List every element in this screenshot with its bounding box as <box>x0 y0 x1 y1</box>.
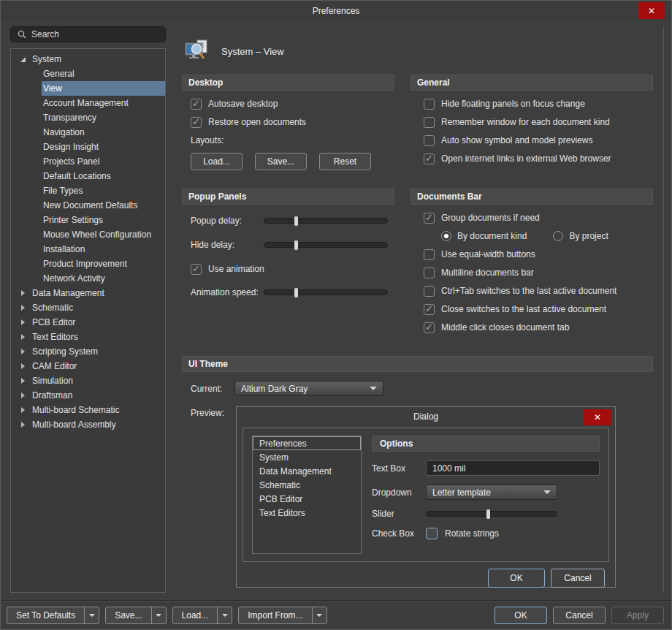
collapsed-triangle-icon[interactable] <box>21 407 25 413</box>
collapsed-triangle-icon[interactable] <box>21 349 25 354</box>
set-to-defaults-button[interactable]: Set To Defaults <box>7 607 99 624</box>
popup-delay-slider[interactable] <box>264 218 388 224</box>
tree-item-projects-panel[interactable]: Projects Panel <box>11 154 165 169</box>
tree-item-text-editors[interactable]: Text Editors <box>11 330 165 344</box>
remember-window-checkbox[interactable] <box>424 117 435 128</box>
preview-textbox-label: Text Box <box>372 463 426 474</box>
by-project-radio[interactable]: By project <box>553 231 608 241</box>
preview-slider[interactable] <box>426 511 557 517</box>
import-from-menu-arrow[interactable] <box>312 607 327 623</box>
by-document-kind-radio[interactable]: By document kind <box>441 231 527 241</box>
tree-item-navigation[interactable]: Navigation <box>11 125 165 140</box>
tree-item-mouse-wheel-configuration[interactable]: Mouse Wheel Configuration <box>11 227 165 242</box>
multiline-documents-bar-checkbox[interactable] <box>424 267 435 278</box>
ok-button[interactable]: OK <box>495 607 547 624</box>
tree-item-general[interactable]: General <box>11 67 165 81</box>
tree-item-schematic[interactable]: Schematic <box>11 300 165 315</box>
import-from-button[interactable]: Import From... <box>238 607 327 624</box>
hide-delay-slider[interactable] <box>264 242 388 248</box>
ctrl-tab-switches-checkbox[interactable] <box>424 286 435 297</box>
preview-list-item-schematic[interactable]: Schematic <box>253 478 361 492</box>
close-icon[interactable]: ✕ <box>638 2 665 19</box>
auto-show-previews-checkbox[interactable] <box>424 135 435 146</box>
preview-list-item-data-management[interactable]: Data Management <box>253 464 361 478</box>
slider-thumb[interactable] <box>294 288 298 297</box>
tree-item-network-activity[interactable]: Network Activity <box>11 271 165 286</box>
tree-item-scripting-system[interactable]: Scripting System <box>11 344 165 359</box>
collapsed-triangle-icon[interactable] <box>21 290 25 296</box>
tree-item-data-management[interactable]: Data Management <box>11 286 165 300</box>
search-input[interactable] <box>31 29 161 39</box>
tree-item-multi-board-assembly[interactable]: Multi-board Assembly <box>11 417 165 432</box>
tree-item-simulation[interactable]: Simulation <box>11 373 165 388</box>
layouts-load-button[interactable]: Load... <box>191 153 243 170</box>
tree-item-file-types[interactable]: File Types <box>11 183 165 198</box>
layouts-save-button[interactable]: Save... <box>255 153 307 170</box>
preview-list-item-text-editors[interactable]: Text Editors <box>253 506 361 520</box>
collapsed-triangle-icon[interactable] <box>21 319 25 325</box>
tree-item-multi-board-schematic[interactable]: Multi-board Schematic <box>11 403 165 417</box>
collapsed-triangle-icon[interactable] <box>21 363 25 369</box>
slider-thumb[interactable] <box>294 240 298 250</box>
general-section-header: General <box>411 75 653 91</box>
theme-dropdown[interactable]: Altium Dark Gray <box>234 381 383 396</box>
section-documents-bar: Documents Bar Group documents if need By… <box>411 189 653 350</box>
tree-item-pcb-editor[interactable]: PCB Editor <box>11 315 165 330</box>
use-animation-checkbox[interactable] <box>191 264 202 275</box>
layouts-reset-button[interactable]: Reset <box>319 153 371 170</box>
load-menu-arrow[interactable] <box>217 607 232 623</box>
middle-click-closes-checkbox[interactable] <box>424 322 435 333</box>
preview-close-icon[interactable]: ✕ <box>584 409 611 425</box>
preview-list-item-system[interactable]: System <box>253 450 361 464</box>
tree-item-account-management[interactable]: Account Management <box>11 96 165 110</box>
tree-item-design-insight[interactable]: Design Insight <box>11 140 165 154</box>
radio-icon[interactable] <box>441 231 451 241</box>
group-documents-checkbox[interactable] <box>424 213 435 224</box>
cancel-button[interactable]: Cancel <box>553 607 606 624</box>
preview-options-header: Options <box>372 436 600 452</box>
open-internet-links-checkbox[interactable] <box>424 153 435 164</box>
collapsed-triangle-icon[interactable] <box>21 305 25 311</box>
equal-width-buttons-checkbox[interactable] <box>424 249 435 260</box>
documents-bar-section-header: Documents Bar <box>411 189 653 205</box>
footer-bar: Set To Defaults Save... Load... Import F… <box>1 600 671 629</box>
set-to-defaults-menu-arrow[interactable] <box>84 607 99 623</box>
collapsed-triangle-icon[interactable] <box>21 334 25 340</box>
save-menu-arrow[interactable] <box>151 607 166 623</box>
save-button[interactable]: Save... <box>105 607 166 624</box>
search-box[interactable] <box>10 26 166 42</box>
tree-item-draftsman[interactable]: Draftsman <box>11 388 165 403</box>
autosave-desktop-checkbox[interactable] <box>191 99 202 110</box>
tree-item-installation[interactable]: Installation <box>11 242 165 257</box>
tree-item-printer-settings[interactable]: Printer Settings <box>11 213 165 227</box>
expanded-triangle-icon[interactable] <box>20 57 26 62</box>
tree-item-transparency[interactable]: Transparency <box>11 110 165 125</box>
section-desktop: Desktop Autosave desktop Restore open do… <box>182 75 394 181</box>
tree-item-new-document-defaults[interactable]: New Document Defaults <box>11 198 165 213</box>
preview-ok-button[interactable]: OK <box>488 569 545 588</box>
sidebar: System General View Account Management T… <box>10 26 166 593</box>
preview-rotate-strings-checkbox[interactable] <box>426 528 438 539</box>
preview-textbox-input[interactable] <box>426 460 600 476</box>
preview-label: Preview: <box>191 406 236 418</box>
radio-icon[interactable] <box>553 231 563 241</box>
collapsed-triangle-icon[interactable] <box>21 422 25 428</box>
hide-floating-panels-checkbox[interactable] <box>424 99 435 110</box>
slider-thumb[interactable] <box>486 509 490 519</box>
tree-item-cam-editor[interactable]: CAM Editor <box>11 359 165 373</box>
load-button[interactable]: Load... <box>172 607 233 624</box>
preview-cancel-button[interactable]: Cancel <box>551 569 605 588</box>
tree-item-default-locations[interactable]: Default Locations <box>11 169 165 183</box>
preview-list-item-pcb-editor[interactable]: PCB Editor <box>253 492 361 506</box>
collapsed-triangle-icon[interactable] <box>21 378 25 384</box>
slider-thumb[interactable] <box>294 216 298 226</box>
tree-item-system[interactable]: System <box>11 52 165 67</box>
preview-dropdown[interactable]: Letter template <box>426 485 557 500</box>
close-switches-checkbox[interactable] <box>424 304 435 315</box>
tree-item-view[interactable]: View <box>42 81 165 96</box>
collapsed-triangle-icon[interactable] <box>21 392 25 398</box>
animation-speed-slider[interactable] <box>264 289 388 295</box>
preview-list-item-preferences[interactable]: Preferences <box>253 436 361 450</box>
tree-item-product-improvement[interactable]: Product Improvement <box>11 257 165 271</box>
restore-open-documents-checkbox[interactable] <box>191 117 202 128</box>
